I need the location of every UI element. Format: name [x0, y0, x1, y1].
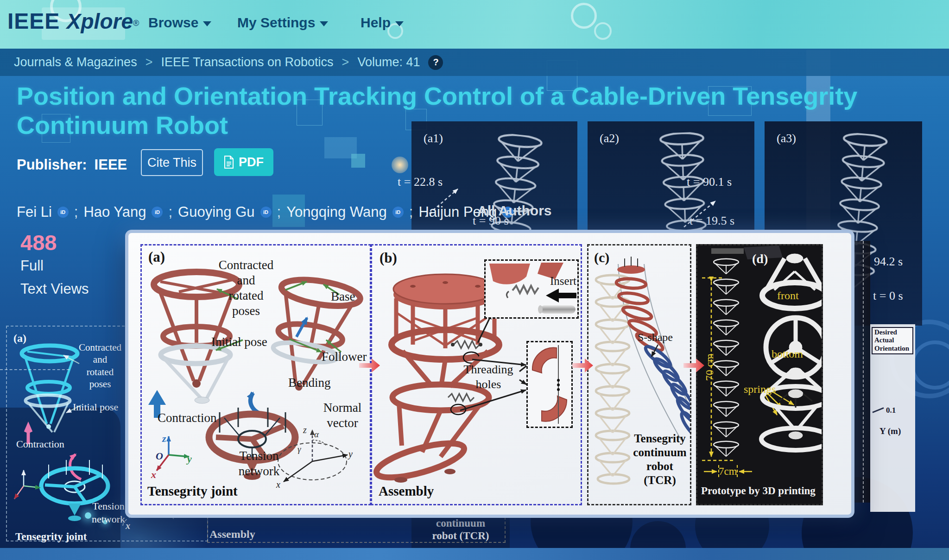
orcid-icon[interactable]: iD	[392, 207, 404, 218]
threading-holes-inset	[526, 341, 573, 428]
cite-this-button[interactable]: Cite This	[141, 149, 203, 176]
chevron-down-icon	[203, 21, 211, 26]
axis-label-o: O	[156, 450, 163, 463]
background-square-teal	[324, 137, 357, 158]
axis-label: Y (m)	[879, 426, 901, 436]
axis-label-x: x	[151, 469, 156, 481]
logo-registered-mark: ®	[133, 19, 139, 28]
figure-label: Contracted and rotated poses	[211, 258, 281, 319]
nav-item-label: Help	[361, 15, 391, 31]
axis-label-z: z	[162, 433, 166, 445]
author-link[interactable]: Hao Yang	[83, 204, 146, 220]
breadcrumb-link-journal-title[interactable]: IEEE Transactions on Robotics	[161, 55, 333, 69]
orcid-icon[interactable]: iD	[152, 207, 163, 218]
breadcrumb-separator: >	[146, 55, 153, 69]
figure-label: Threading holes	[458, 362, 519, 391]
help-icon[interactable]: ?	[428, 55, 443, 70]
all-authors-link[interactable]: All Authors	[477, 203, 552, 219]
chevron-down-icon	[395, 21, 404, 26]
dimension-width-label: 7cm	[719, 465, 737, 478]
threading-detail-drawing	[528, 342, 571, 427]
author-link[interactable]: Guoying Gu	[178, 204, 254, 220]
author-separator: ;	[74, 204, 78, 220]
figure-label: Bending	[288, 375, 331, 390]
plot-legend: Desired Actual Orientation	[872, 327, 913, 354]
publisher-name: IEEE	[95, 157, 127, 173]
insert-detail-drawing	[486, 261, 577, 317]
author-separator: ;	[409, 204, 413, 220]
pdf-file-icon	[224, 156, 234, 169]
axis-tick-label: 0.1	[886, 406, 896, 415]
insert-inset	[484, 259, 579, 319]
chevron-down-icon	[320, 21, 328, 26]
breadcrumb-separator: >	[342, 55, 349, 69]
top-nav: IEEE Xplore® Browse My Settings Help	[0, 0, 949, 49]
orient-label-x: x	[276, 479, 280, 490]
views-label-textviews: Text Views	[20, 281, 89, 297]
nav-item-my-settings[interactable]: My Settings	[237, 15, 328, 31]
views-count: 488	[20, 230, 57, 255]
orcid-icon[interactable]: iD	[260, 207, 272, 218]
publisher-label: Publisher:	[17, 157, 87, 173]
figure-label: Initial pose	[211, 334, 267, 350]
breadcrumb-bar: Journals & Magazines > IEEE Transactions…	[0, 49, 949, 76]
figure-panel-a: (a) Contracted and rotated poses Base In…	[140, 244, 371, 505]
breadcrumb-link-journals[interactable]: Journals & Magazines	[14, 55, 137, 69]
views-label-full: Full	[20, 258, 44, 274]
nav-item-help[interactable]: Help	[361, 15, 404, 31]
orient-label-z: z	[303, 424, 307, 435]
author-link[interactable]: Fei Li	[17, 204, 52, 220]
background-square-teal	[351, 154, 365, 168]
panel-caption: Prototype by 3D printing	[701, 484, 816, 497]
figure-label: Follower	[322, 349, 367, 365]
figure-panel-c: (c) S-shape Tensegrity continuum robot (…	[587, 244, 691, 505]
photo-label-springs: springs	[744, 383, 776, 396]
nav-item-label: Browse	[148, 15, 198, 31]
cite-this-label: Cite This	[147, 156, 196, 170]
logo-ieee-text: IEEE	[7, 9, 60, 33]
figure-caption: Tensegrity joint	[15, 530, 87, 544]
panel-label: (d)	[752, 251, 768, 267]
page: (a1) t = 22.8 s t = 90 s (a2) t = 90.1 s…	[0, 0, 949, 560]
figure-label: Contraction	[158, 410, 216, 426]
axis-label-y: y	[187, 453, 192, 466]
nav-decor-ring	[594, 22, 612, 40]
panel-label: (a)	[148, 248, 165, 266]
panel-label: (c)	[594, 249, 609, 266]
publisher-row: Publisher: IEEE	[17, 157, 127, 173]
figure-label: Contracted and rotated poses	[75, 341, 126, 390]
timestamp-label: t = 90.1 s	[687, 175, 732, 189]
photo-label-front: front	[777, 289, 799, 302]
author-link[interactable]: Yongqing Wang	[286, 204, 387, 220]
author-separator: ;	[277, 204, 281, 220]
logo-xplore-text: Xplore	[67, 9, 133, 33]
figure-label: Base	[331, 289, 355, 304]
figure-lightbox: (a) Contracted and rotated poses Base In…	[125, 230, 854, 518]
timestamp-label: 94.2 s	[874, 255, 903, 269]
figure-label: Tension network	[229, 448, 289, 479]
timestamp-label: t = 22.8 s	[398, 175, 443, 189]
nav-item-browse[interactable]: Browse	[148, 15, 211, 31]
authors-row: Fei Li iD ; Hao Yang iD ; Guoying Gu iD …	[17, 204, 513, 220]
figure-label: S-shape	[638, 331, 673, 344]
page-title: Position and Orientation Tracking Contro…	[17, 82, 897, 139]
nav-decor-ring	[571, 3, 597, 29]
figure-label: Normal vector	[317, 400, 368, 431]
pdf-label: PDF	[239, 155, 264, 170]
orient-label-y: y	[348, 448, 353, 459]
pdf-button[interactable]: PDF	[214, 148, 273, 176]
figure-label: Initial pose	[73, 401, 118, 414]
orcid-icon[interactable]: iD	[57, 207, 69, 218]
nav-item-label: My Settings	[237, 15, 315, 31]
timestamp-label: t = 0 s	[873, 289, 903, 303]
ieee-xplore-logo[interactable]: IEEE Xplore®	[7, 8, 139, 34]
figure-label: Contraction	[16, 438, 64, 451]
orient-label-alpha: α	[314, 429, 319, 440]
figure-panel-b: (b) Insert Threading holes Assembly	[371, 244, 582, 505]
author-separator: ;	[168, 204, 172, 220]
dimension-height-label: 70 cm	[703, 346, 716, 388]
panel-caption: Assembly	[379, 484, 434, 499]
axis-label: x	[126, 520, 130, 532]
background-dashed-line-fragment	[0, 369, 70, 370]
breadcrumb-link-volume[interactable]: Volume: 41	[357, 55, 420, 69]
